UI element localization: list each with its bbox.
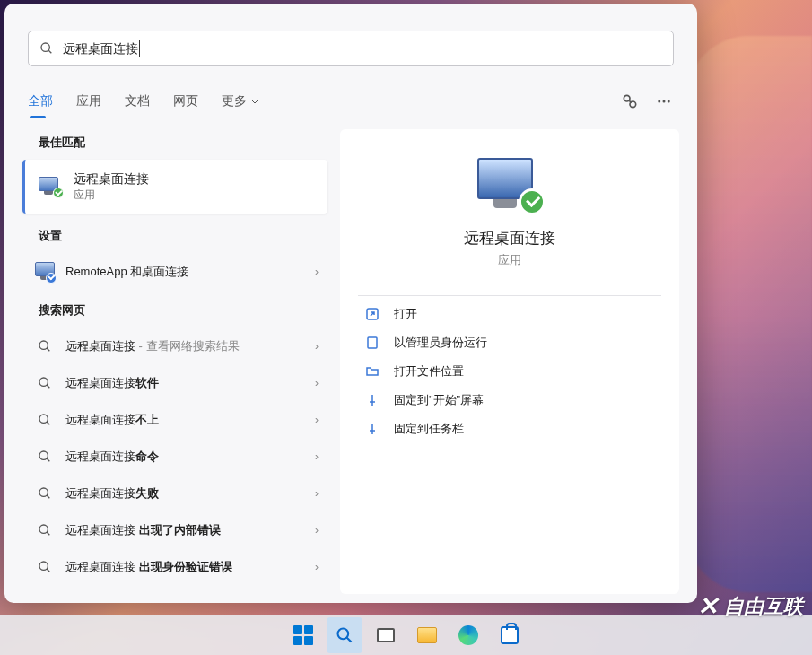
- chevron-right-icon: ›: [315, 266, 319, 278]
- search-icon: [38, 523, 52, 537]
- svg-line-12: [47, 422, 49, 424]
- action-pin-taskbar[interactable]: 固定到任务栏: [354, 415, 665, 443]
- chevron-right-icon: ›: [315, 377, 319, 389]
- watermark: ✕ 自由互联: [697, 591, 803, 621]
- best-match-type: 应用: [74, 188, 149, 203]
- more-options-icon[interactable]: [654, 92, 674, 111]
- chevron-right-icon: ›: [315, 561, 319, 573]
- open-icon: [365, 307, 380, 321]
- watermark-logo-icon: ✕: [697, 591, 719, 621]
- taskbar-search-button[interactable]: [327, 617, 362, 653]
- taskbar-explorer-button[interactable]: [409, 617, 445, 653]
- svg-line-24: [346, 637, 351, 642]
- search-flyout: 远程桌面连接 全部 应用 文档 网页 更多 最佳匹配 远程桌面连接: [4, 4, 697, 603]
- svg-line-14: [47, 458, 49, 461]
- svg-point-4: [658, 100, 660, 103]
- store-icon: [501, 626, 519, 644]
- folder-icon: [365, 364, 380, 379]
- best-match-result[interactable]: 远程桌面连接 应用: [22, 160, 327, 214]
- chevron-right-icon: ›: [315, 450, 319, 463]
- tab-documents[interactable]: 文档: [125, 92, 150, 111]
- preview-title: 远程桌面连接: [464, 228, 555, 249]
- search-icon: [38, 413, 52, 427]
- search-icon: [38, 486, 52, 501]
- pin-icon: [365, 393, 380, 407]
- svg-point-9: [39, 378, 48, 386]
- action-run-admin[interactable]: 以管理员身份运行: [354, 328, 665, 357]
- web-result[interactable]: 远程桌面连接命令›: [22, 438, 327, 475]
- svg-line-20: [47, 569, 49, 572]
- taskbar: [0, 615, 812, 655]
- remote-desktop-icon-large: [477, 158, 542, 214]
- tab-apps[interactable]: 应用: [76, 92, 101, 111]
- section-search-web: 搜索网页: [22, 297, 327, 328]
- svg-line-16: [47, 495, 49, 498]
- svg-point-5: [663, 100, 666, 103]
- svg-point-0: [41, 43, 49, 51]
- remote-desktop-icon: [39, 177, 62, 196]
- search-input[interactable]: 远程桌面连接: [63, 40, 140, 57]
- tab-web[interactable]: 网页: [173, 92, 198, 111]
- remoteapp-icon: [35, 262, 55, 282]
- svg-point-17: [39, 525, 48, 533]
- best-match-title: 远程桌面连接: [74, 171, 149, 188]
- tabs-row: 全部 应用 文档 网页 更多: [4, 86, 697, 117]
- action-open[interactable]: 打开: [354, 300, 665, 328]
- svg-line-18: [47, 532, 49, 535]
- web-result[interactable]: 远程桌面连接 出现了内部错误›: [22, 511, 327, 548]
- search-icon: [336, 626, 354, 644]
- search-icon: [38, 450, 52, 464]
- search-icon: [38, 560, 52, 574]
- preview-pane: 远程桌面连接 应用 打开 以管理员身份运行 打开文件位置 固定到"开始"屏幕: [340, 129, 679, 594]
- section-best-match: 最佳匹配: [22, 129, 327, 160]
- svg-point-15: [39, 488, 48, 496]
- edge-icon: [458, 625, 478, 645]
- svg-line-1: [48, 50, 51, 53]
- taskbar-edge-button[interactable]: [450, 617, 486, 653]
- chevron-down-icon: [250, 97, 259, 106]
- chevron-right-icon: ›: [315, 414, 319, 426]
- taskbar-start-button[interactable]: [285, 617, 321, 653]
- shield-icon: [365, 336, 380, 350]
- chevron-right-icon: ›: [315, 524, 319, 537]
- taskbar-taskview-button[interactable]: [368, 617, 404, 653]
- svg-point-6: [668, 100, 670, 103]
- web-result[interactable]: 远程桌面连接失败›: [22, 475, 327, 511]
- web-result[interactable]: 远程桌面连接 出现身份验证错误›: [22, 548, 327, 585]
- svg-point-23: [337, 628, 348, 639]
- svg-line-10: [47, 385, 49, 388]
- windows-start-icon: [293, 625, 313, 645]
- screenshare-icon[interactable]: [620, 92, 640, 111]
- search-icon: [38, 376, 52, 390]
- svg-point-11: [39, 415, 48, 423]
- chevron-right-icon: ›: [315, 340, 319, 353]
- svg-point-19: [39, 562, 48, 570]
- section-settings: 设置: [22, 223, 327, 253]
- search-icon: [38, 339, 52, 354]
- web-result[interactable]: 远程桌面连接软件›: [22, 364, 327, 401]
- chevron-right-icon: ›: [315, 487, 319, 500]
- svg-point-7: [39, 341, 48, 349]
- svg-point-2: [624, 95, 630, 101]
- web-result[interactable]: 远程桌面连接不上›: [22, 401, 327, 438]
- pin-icon: [365, 422, 380, 436]
- file-explorer-icon: [417, 627, 437, 643]
- preview-type: 应用: [498, 252, 521, 268]
- search-icon: [39, 41, 54, 56]
- svg-rect-22: [368, 337, 377, 348]
- settings-result-remoteapp[interactable]: RemoteApp 和桌面连接 ›: [22, 253, 327, 290]
- search-box[interactable]: 远程桌面连接: [28, 31, 674, 66]
- action-open-location[interactable]: 打开文件位置: [354, 357, 665, 386]
- task-view-icon: [377, 628, 395, 642]
- web-result[interactable]: 远程桌面连接 - 查看网络搜索结果›: [22, 328, 327, 364]
- svg-point-13: [39, 451, 48, 459]
- svg-line-8: [47, 348, 49, 351]
- tab-more[interactable]: 更多: [222, 92, 259, 111]
- tab-all[interactable]: 全部: [28, 92, 53, 111]
- action-pin-start[interactable]: 固定到"开始"屏幕: [354, 386, 665, 415]
- taskbar-store-button[interactable]: [492, 617, 528, 653]
- results-column: 最佳匹配 远程桌面连接 应用 设置 RemoteApp 和桌面连接 › 搜索网页…: [22, 129, 327, 594]
